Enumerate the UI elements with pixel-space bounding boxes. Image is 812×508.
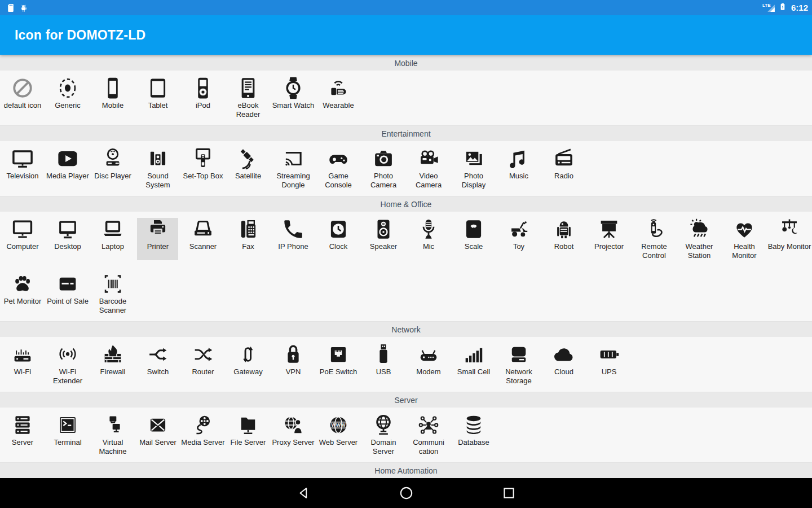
- icon-option-toy[interactable]: Toy: [496, 212, 541, 266]
- icon-option-generic[interactable]: Generic: [45, 71, 90, 125]
- icon-option-projector[interactable]: Projector: [586, 212, 632, 266]
- icon-option-virtual-machine[interactable]: Virtual Machine: [90, 408, 135, 462]
- icon-option-label: Television: [6, 172, 38, 181]
- icon-option-small-cell[interactable]: Small Cell: [451, 337, 496, 392]
- icon-option-clock[interactable]: Clock: [316, 212, 361, 266]
- icon-option-label: Wi-Fi Extender: [46, 367, 90, 386]
- icon-option-disc-player[interactable]: Disc Player: [90, 141, 135, 196]
- icon-option-barcode-scanner[interactable]: Barcode Scanner: [90, 266, 135, 321]
- icon-option-ipod[interactable]: iPod: [180, 71, 226, 125]
- icon-option-label: Wearable: [323, 101, 354, 110]
- icon-option-domain-server[interactable]: Domain Server: [361, 408, 406, 462]
- icon-option-label: Scale: [465, 242, 483, 251]
- icon-option-remote-control[interactable]: Remote Control: [632, 212, 677, 266]
- video-camera-icon: [417, 146, 440, 171]
- icon-option-ups[interactable]: UPS: [586, 337, 632, 392]
- icon-option-router[interactable]: Router: [180, 337, 226, 392]
- icon-option-sound-system[interactable]: Sound System: [135, 141, 180, 196]
- icon-option-wi-fi[interactable]: Wi-Fi: [0, 337, 45, 392]
- recents-icon[interactable]: [500, 485, 517, 502]
- baby-monitor-icon: [778, 217, 801, 242]
- icon-option-mobile[interactable]: Mobile: [90, 71, 135, 125]
- icon-option-photo-display[interactable]: Photo Display: [451, 141, 496, 196]
- mobile-icon: [101, 76, 125, 100]
- icon-option-communi-cation[interactable]: Communi cation: [406, 408, 451, 462]
- icon-option-music[interactable]: Music: [496, 141, 541, 196]
- icon-option-label: Laptop: [102, 242, 124, 251]
- icon-option-photo-camera[interactable]: Photo Camera: [361, 141, 406, 196]
- icon-option-television[interactable]: Television: [0, 141, 45, 196]
- icon-option-ip-phone[interactable]: IP Phone: [271, 212, 316, 266]
- icon-option-web-server[interactable]: WWWWeb Server: [316, 408, 361, 462]
- icon-option-label: PoE Switch: [320, 367, 357, 376]
- icon-option-cloud[interactable]: Cloud: [541, 337, 586, 392]
- mail-server-icon: [146, 413, 170, 437]
- icon-option-health-monitor[interactable]: Health Monitor: [722, 212, 767, 266]
- icon-option-network-storage[interactable]: Network Storage: [496, 337, 541, 392]
- icon-option-label: Desktop: [54, 242, 81, 251]
- icon-option-game-console[interactable]: Game Console: [316, 141, 361, 196]
- scanner-icon: [191, 217, 215, 242]
- icon-option-radio[interactable]: Radio: [541, 141, 586, 196]
- icon-option-modem[interactable]: Modem: [406, 337, 451, 392]
- icon-option-mic[interactable]: Mic: [406, 212, 451, 266]
- icon-option-baby-monitor[interactable]: Baby Monitor: [767, 212, 812, 266]
- icon-option-weather-station[interactable]: Weather Station: [677, 212, 722, 266]
- icon-option-media-player[interactable]: Media Player: [45, 141, 90, 196]
- icon-option-printer[interactable]: Printer: [135, 212, 180, 266]
- icon-option-streaming-dongle[interactable]: Streaming Dongle: [271, 141, 316, 196]
- sd-card-icon: [6, 3, 16, 13]
- icon-option-vpn[interactable]: VPN: [271, 337, 316, 392]
- icon-option-firewall[interactable]: Firewall: [90, 337, 135, 392]
- icon-option-scale[interactable]: Scale: [451, 212, 496, 266]
- icon-option-video-camera[interactable]: Video Camera: [406, 141, 451, 196]
- icon-option-poe-switch[interactable]: PoE Switch: [316, 337, 361, 392]
- icon-option-fax[interactable]: Fax: [226, 212, 271, 266]
- icon-option-label: Database: [458, 438, 489, 447]
- mic-icon: [417, 217, 440, 242]
- icon-option-scanner[interactable]: Scanner: [180, 212, 226, 266]
- radio-icon: [552, 146, 576, 171]
- signal-icon: LTE: [762, 2, 776, 14]
- icon-option-terminal[interactable]: Terminal: [45, 408, 90, 462]
- icon-option-switch[interactable]: Switch: [135, 337, 180, 392]
- icon-option-tablet[interactable]: Tablet: [135, 71, 180, 125]
- icon-option-label: Small Cell: [457, 367, 491, 376]
- icon-option-wi-fi-extender[interactable]: Wi-Fi Extender: [45, 337, 90, 392]
- icon-option-smart-watch[interactable]: Smart Watch: [271, 71, 316, 125]
- icon-option-label: Gateway: [233, 367, 262, 376]
- icon-option-speaker[interactable]: Speaker: [361, 212, 406, 266]
- icon-option-pet-monitor[interactable]: Pet Monitor: [0, 266, 45, 321]
- section-grid-network: Wi-FiWi-Fi ExtenderFirewallSwitchRouterG…: [0, 337, 812, 392]
- icon-option-wearable[interactable]: Wearable: [316, 71, 361, 125]
- icon-option-mail-server[interactable]: Mail Server: [135, 408, 180, 462]
- icon-option-usb[interactable]: USB: [361, 337, 406, 392]
- virtual-machine-icon: [101, 413, 125, 437]
- icon-option-laptop[interactable]: Laptop: [90, 212, 135, 266]
- icon-option-set-top-box[interactable]: Set-Top Box: [180, 141, 226, 196]
- icon-option-satellite[interactable]: Satellite: [226, 141, 271, 196]
- icon-option-database[interactable]: Database: [451, 408, 496, 462]
- icon-option-file-server[interactable]: File Server: [226, 408, 271, 462]
- status-bar-notifications: [6, 3, 29, 13]
- icon-option-gateway[interactable]: Gateway: [226, 337, 271, 392]
- point-of-sale-icon: [56, 271, 80, 296]
- icon-option-label: eBook Reader: [226, 101, 270, 119]
- icon-option-label: Pet Monitor: [4, 297, 41, 306]
- computer-icon: [11, 217, 34, 242]
- icon-option-server[interactable]: Server: [0, 408, 45, 462]
- back-icon[interactable]: [295, 485, 312, 502]
- icon-option-proxy-server[interactable]: Proxy Server: [271, 408, 316, 462]
- app-bar: Icon for DOMOTZ-LD: [0, 15, 812, 55]
- icon-option-default-icon[interactable]: default icon: [0, 71, 45, 125]
- icon-option-robot[interactable]: Robot: [541, 212, 586, 266]
- icon-option-computer[interactable]: Computer: [0, 212, 45, 266]
- icon-option-desktop[interactable]: Desktop: [45, 212, 90, 266]
- icon-option-media-server[interactable]: Media Server: [180, 408, 226, 462]
- android-nav-bar: [0, 478, 812, 508]
- icon-option-point-of-sale[interactable]: Point of Sale: [45, 266, 90, 321]
- section-header-entertainment: Entertainment: [0, 125, 812, 141]
- home-icon[interactable]: [398, 485, 414, 502]
- default-icon: [11, 76, 34, 100]
- icon-option-ebook-reader[interactable]: eBook Reader: [226, 71, 271, 125]
